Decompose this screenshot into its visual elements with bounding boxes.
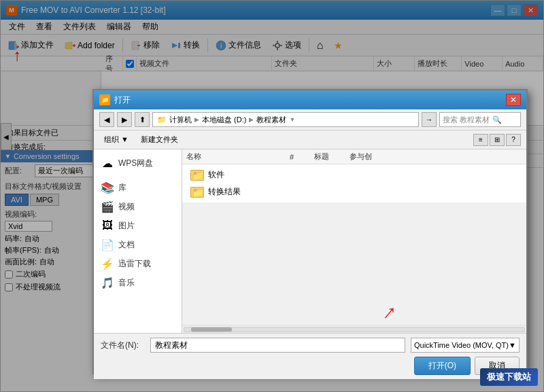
dialog-icon: 📁 — [99, 94, 110, 105]
app-window: M Free MOV to AVI Converter 1.12 [32-bit… — [0, 0, 544, 392]
filename-row: 文件名(N): QuickTime Video (MOV, QT) ▼ — [101, 338, 520, 353]
scrollbar-track — [184, 327, 525, 332]
dialog-title-bar: 📁 打开 ✕ — [94, 90, 526, 109]
thunder-label: 迅雷下载 — [118, 258, 151, 270]
new-folder-label: 新建文件夹 — [141, 135, 178, 145]
sidebar-item-library[interactable]: 📚 库 — [94, 178, 182, 197]
cancel-button[interactable]: 取消 — [475, 357, 520, 375]
docs-label: 文档 — [118, 239, 135, 251]
search-icon: 🔍 — [492, 115, 502, 124]
dialog-close-button[interactable]: ✕ — [506, 94, 521, 106]
address-go-btn[interactable]: → — [422, 112, 437, 127]
sidebar-item-thunder[interactable]: ⚡ 迅雷下载 — [94, 254, 182, 273]
pictures-label: 图片 — [118, 220, 135, 232]
dialog-bottom: 文件名(N): QuickTime Video (MOV, QT) ▼ 打开(O… — [94, 333, 526, 379]
col-num-header: # — [290, 153, 294, 161]
organize-label: 组织 ▼ — [104, 135, 129, 145]
view-toggle: ≡ ⊞ ? — [473, 134, 521, 146]
organize-btn[interactable]: 组织 ▼ — [99, 132, 133, 147]
back-arrow-icon: ◀ — [104, 115, 109, 124]
filetype-dropdown-icon: ▼ — [509, 341, 516, 349]
open-file-dialog: 📁 打开 ✕ ◀ ▶ ⬆ 📁 计算机 ▶ 本地磁盘 (D:) ▶ 教程素材 ▼ — [92, 89, 528, 374]
file-item-software[interactable]: 📁 软件 — [188, 167, 521, 183]
up-arrow-icon: ⬆ — [139, 115, 146, 124]
address-folder-icon: 📁 — [157, 115, 167, 124]
thunder-icon: ⚡ — [101, 257, 114, 270]
music-icon: 🎵 — [101, 276, 114, 289]
dialog-file-area: 名称 # 标题 参与创 📁 软件 📁 转换结果 — [182, 149, 526, 333]
wps-cloud-icon: ☁ — [101, 156, 114, 170]
docs-icon: 📄 — [101, 238, 114, 251]
dialog-file-list: 📁 软件 📁 转换结果 — [182, 164, 526, 202]
filetype-value: QuickTime Video (MOV, QT) — [414, 341, 509, 349]
search-placeholder: 搜索 教程素材 — [443, 115, 490, 125]
file-name-software: 软件 — [208, 169, 224, 181]
dialog-sidebar: ☁ WPS网盘 📚 库 🎬 视频 🖼 图片 📄 文 — [94, 149, 182, 333]
col-author-header: 参与创 — [350, 152, 372, 162]
dialog-file-scroll[interactable]: 📁 软件 📁 转换结果 — [182, 164, 526, 325]
view-details-btn[interactable]: ⊞ — [490, 134, 505, 146]
filename-input[interactable] — [150, 338, 405, 353]
address-part-1: 计算机 — [169, 115, 192, 125]
video-label: 视频 — [118, 201, 135, 213]
sidebar-item-pictures[interactable]: 🖼 图片 — [94, 216, 182, 235]
dialog-body: ☁ WPS网盘 📚 库 🎬 视频 🖼 图片 📄 文 — [94, 149, 526, 333]
dialog-action-buttons: 打开(O) 取消 — [101, 357, 520, 375]
path-arrow-3: ▼ — [289, 116, 295, 123]
forward-arrow-icon: ▶ — [122, 115, 127, 124]
file-name-result: 转换结果 — [208, 186, 241, 198]
library-icon: 📚 — [101, 181, 114, 194]
sidebar-item-docs[interactable]: 📄 文档 — [94, 235, 182, 254]
sidebar-item-music[interactable]: 🎵 音乐 — [94, 273, 182, 292]
video-folder-icon: 🎬 — [101, 200, 114, 213]
col-title-header: 标题 — [314, 152, 329, 162]
folder-icon-software: 📁 — [190, 170, 204, 181]
address-part-2: 本地磁盘 (D:) — [202, 115, 246, 125]
new-folder-btn[interactable]: 新建文件夹 — [136, 132, 183, 147]
music-label: 音乐 — [118, 277, 135, 289]
view-help-btn[interactable]: ? — [506, 134, 521, 146]
dialog-hscrollbar[interactable] — [182, 325, 526, 333]
filetype-select[interactable]: QuickTime Video (MOV, QT) ▼ — [411, 338, 520, 353]
dialog-back-btn[interactable]: ◀ — [99, 112, 114, 127]
pictures-icon: 🖼 — [101, 219, 114, 232]
dialog-toolbar: 组织 ▼ 新建文件夹 ≡ ⊞ ? — [94, 130, 526, 149]
dialog-up-btn[interactable]: ⬆ — [135, 112, 150, 127]
sidebar-item-wps[interactable]: ☁ WPS网盘 — [94, 154, 182, 173]
file-item-convert-result[interactable]: 📁 转换结果 — [188, 184, 521, 200]
address-part-3: 教程素材 — [256, 115, 286, 125]
view-list-btn[interactable]: ≡ — [473, 134, 488, 146]
dialog-title: 打开 — [114, 94, 506, 106]
col-name-header: 名称 — [186, 152, 201, 162]
path-arrow-1: ▶ — [194, 116, 199, 123]
dialog-forward-btn[interactable]: ▶ — [117, 112, 132, 127]
wps-label: WPS网盘 — [118, 158, 153, 169]
dialog-address-bar: ◀ ▶ ⬆ 📁 计算机 ▶ 本地磁盘 (D:) ▶ 教程素材 ▼ → 搜索 教程… — [94, 109, 526, 130]
sidebar-item-video[interactable]: 🎬 视频 — [94, 197, 182, 216]
folder-icon-result: 📁 — [190, 187, 204, 198]
filename-label: 文件名(N): — [101, 340, 145, 351]
open-button[interactable]: 打开(O) — [414, 357, 471, 375]
library-label: 库 — [118, 182, 126, 194]
dialog-col-headers: 名称 # 标题 参与创 — [182, 149, 526, 164]
path-arrow-2: ▶ — [249, 116, 254, 123]
address-path-bar[interactable]: 📁 计算机 ▶ 本地磁盘 (D:) ▶ 教程素材 ▼ — [152, 112, 419, 127]
scrollbar-thumb[interactable] — [191, 327, 232, 332]
search-box[interactable]: 搜索 教程素材 🔍 — [439, 112, 521, 127]
